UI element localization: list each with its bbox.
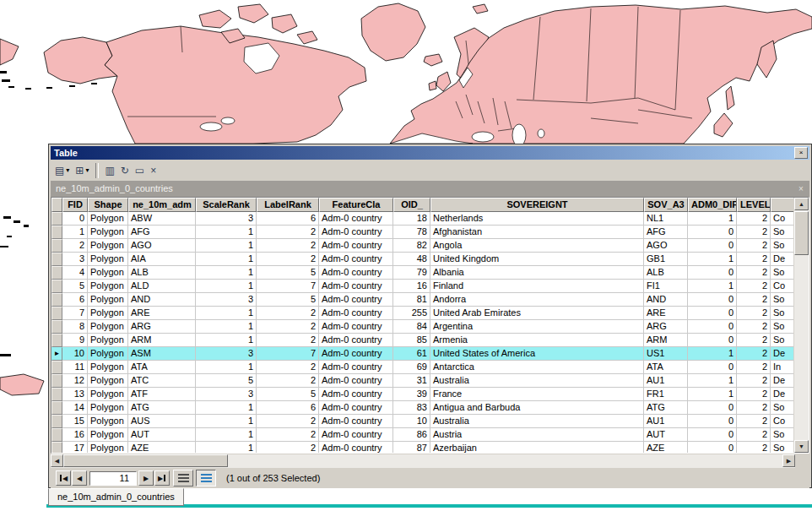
- row-selector[interactable]: [51, 293, 62, 307]
- column-header[interactable]: FeatureCla: [319, 198, 393, 212]
- cell: 86: [393, 428, 430, 442]
- table-row[interactable]: 12PolygonATC52Adm-0 country31AustraliaAU…: [51, 374, 794, 388]
- cell: 2: [737, 307, 771, 320]
- cell: Polygon: [88, 280, 128, 293]
- row-selector[interactable]: [51, 361, 62, 374]
- cell: 2: [257, 361, 319, 374]
- table-row[interactable]: 0PolygonABW36Adm-0 country18NetherlandsN…: [51, 212, 794, 226]
- vertical-scrollbar[interactable]: ▲ ▼: [793, 198, 809, 453]
- table-row[interactable]: 3PolygonAIA12Adm-0 country48United Kingd…: [51, 253, 794, 266]
- cell: ATG: [128, 401, 196, 415]
- row-selector[interactable]: [51, 442, 62, 453]
- cell: AND: [128, 293, 196, 307]
- row-selector[interactable]: [51, 388, 62, 401]
- row-selector[interactable]: [51, 307, 62, 320]
- clear-selection-button[interactable]: ▭: [133, 162, 147, 179]
- column-header[interactable]: SOV_A3: [644, 198, 688, 212]
- cell: 1: [196, 415, 257, 428]
- cell: Polygon: [88, 253, 128, 266]
- column-header[interactable]: LEVEL: [737, 198, 771, 212]
- column-header[interactable]: FID: [62, 198, 88, 212]
- vertical-scroll-thumb[interactable]: [794, 211, 809, 255]
- table-row[interactable]: 1PolygonAFG12Adm-0 country78AfghanistanA…: [51, 226, 794, 239]
- row-selector[interactable]: [51, 374, 62, 388]
- table-row[interactable]: 11PolygonATA12Adm-0 country69AntarcticaA…: [51, 361, 794, 374]
- row-selector[interactable]: [51, 266, 62, 280]
- cell: De: [771, 347, 794, 361]
- row-selector[interactable]: [51, 253, 62, 266]
- table-row[interactable]: 16PolygonAUT12Adm-0 country86AustriaAUT0…: [51, 428, 794, 442]
- show-selected-records-button[interactable]: [196, 470, 216, 487]
- row-selector[interactable]: [51, 212, 62, 226]
- svalbard: [473, 4, 488, 14]
- layer-tab-bar: ne_10m_admin_0_countries ×: [51, 181, 809, 197]
- row-selector[interactable]: [51, 280, 62, 293]
- select-by-attributes-icon: ▥: [105, 165, 114, 177]
- cell: Polygon: [88, 347, 128, 361]
- row-selector[interactable]: [51, 415, 62, 428]
- record-number-input[interactable]: [89, 471, 137, 486]
- column-header[interactable]: SOVEREIGNT: [430, 198, 644, 212]
- table-window-titlebar[interactable]: Table ×: [51, 146, 809, 160]
- scroll-left-button[interactable]: ◀: [51, 454, 63, 467]
- cell: 78: [393, 226, 430, 239]
- table-tab[interactable]: ne_10m_admin_0_countries: [48, 488, 184, 506]
- row-selector[interactable]: [51, 401, 62, 415]
- last-record-button[interactable]: ▶: [154, 470, 170, 486]
- table-row[interactable]: 14PolygonATG16Adm-0 country83Antigua and…: [51, 401, 794, 415]
- scroll-up-button[interactable]: ▲: [794, 198, 809, 210]
- table-row[interactable]: 6PolygonAND35Adm-0 country81AndorraAND02…: [51, 293, 794, 307]
- cell: 87: [393, 442, 430, 453]
- table-row[interactable]: 8PolygonARG12Adm-0 country84ArgentinaARG…: [51, 320, 794, 334]
- cell: 3: [196, 293, 257, 307]
- delete-selected-button[interactable]: ×: [148, 162, 159, 179]
- table-row[interactable]: 15PolygonAUS12Adm-0 country10AustraliaAU…: [51, 415, 794, 428]
- row-selector[interactable]: [51, 334, 62, 347]
- horizontal-scroll-track[interactable]: [63, 454, 782, 468]
- next-record-button[interactable]: ▶: [138, 470, 154, 486]
- table-row[interactable]: 17PolygonAZE12Adm-0 country87AzerbaijanA…: [51, 442, 794, 453]
- select-by-attributes-button[interactable]: ▥: [102, 162, 116, 179]
- column-header[interactable]: ADM0_DIF: [688, 198, 737, 212]
- cell: 5: [62, 280, 88, 293]
- row-selector[interactable]: [51, 428, 62, 442]
- row-selector[interactable]: [51, 239, 62, 253]
- table-row[interactable]: 13PolygonATF35Adm-0 country39FranceFR112…: [51, 388, 794, 401]
- horizontal-scroll-thumb[interactable]: [63, 454, 228, 467]
- cell: 0: [688, 239, 737, 253]
- cell: AU1: [644, 415, 688, 428]
- table-row[interactable]: 9PolygonARM12Adm-0 country85ArmeniaARM02…: [51, 334, 794, 347]
- column-header[interactable]: LabelRank: [257, 198, 319, 212]
- column-header[interactable]: ScaleRank: [196, 198, 257, 212]
- column-header[interactable]: [771, 198, 794, 212]
- row-selector[interactable]: [51, 226, 62, 239]
- show-all-records-button[interactable]: [173, 470, 193, 487]
- layer-name-tab[interactable]: ne_10m_admin_0_countries: [56, 181, 796, 197]
- table-row[interactable]: 2PolygonAGO12Adm-0 country82AngolaAGO02S…: [51, 239, 794, 253]
- cell: ATC: [128, 374, 196, 388]
- table-options-button[interactable]: ▤▾: [52, 162, 72, 179]
- switch-selection-button[interactable]: ↻: [118, 162, 132, 179]
- row-selector[interactable]: [51, 320, 62, 334]
- scroll-right-button[interactable]: ▶: [782, 454, 795, 467]
- previous-record-button[interactable]: ◀: [72, 470, 87, 486]
- cell: 2: [257, 320, 319, 334]
- related-tables-button[interactable]: ⊞▾: [73, 162, 91, 179]
- window-close-button[interactable]: ×: [794, 147, 808, 159]
- delete-selected-icon: ×: [150, 165, 156, 177]
- first-record-button[interactable]: ◀: [56, 470, 71, 486]
- table-row[interactable]: 5PolygonALD17Adm-0 country16FinlandFI112…: [51, 280, 794, 293]
- column-header[interactable]: ne_10m_adm: [128, 198, 196, 212]
- column-header[interactable]: Shape: [88, 198, 128, 212]
- table-row[interactable]: 7PolygonARE12Adm-0 country255United Arab…: [51, 307, 794, 320]
- cell: 1: [196, 239, 257, 253]
- table-row[interactable]: 4PolygonALB15Adm-0 country79AlbaniaALB02…: [51, 266, 794, 280]
- cell: Adm-0 country: [319, 415, 393, 428]
- horizontal-scrollbar[interactable]: ◀ ▶: [51, 454, 795, 468]
- row-selector[interactable]: ►: [51, 347, 62, 361]
- layer-tab-close-icon[interactable]: ×: [796, 184, 806, 193]
- column-header[interactable]: OID_: [393, 198, 430, 212]
- scroll-down-button[interactable]: ▼: [794, 440, 809, 453]
- cell: 0: [688, 334, 737, 347]
- table-row[interactable]: ►10PolygonASM37Adm-0 country61United Sta…: [51, 347, 794, 361]
